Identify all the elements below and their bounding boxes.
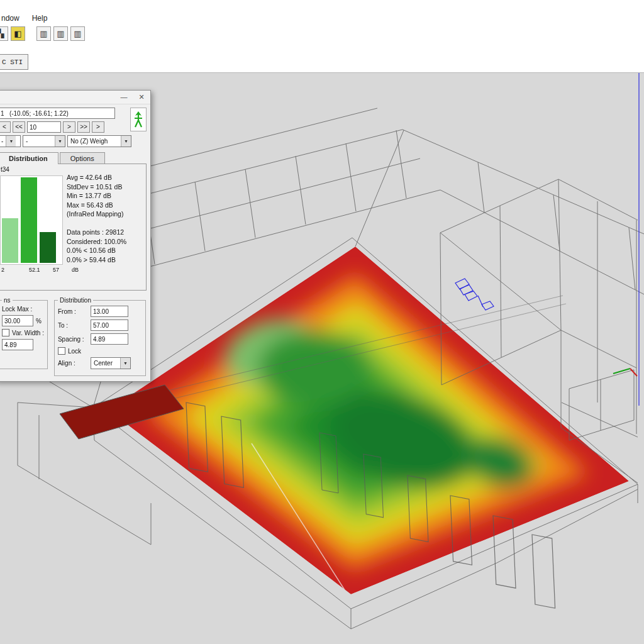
- percent-label: %: [36, 318, 42, 325]
- menu-item-window[interactable]: ndow: [1, 14, 19, 23]
- mapping-dialog: — ✕ < << > >> >: [0, 90, 151, 382]
- step-count-input[interactable]: [27, 121, 61, 133]
- histogram-bar: [2, 218, 18, 263]
- speaker-array-3-icon[interactable]: ▥: [70, 26, 85, 41]
- align-label: Align :: [58, 360, 88, 367]
- nav-row: < << > >> >: [0, 121, 147, 133]
- distribution-groupbox: Distribution From : To : Spacing :: [54, 297, 146, 376]
- combo-1[interactable]: - ▼: [0, 135, 21, 147]
- sti-tab-button[interactable]: C STI: [0, 54, 28, 70]
- fast-next-button[interactable]: >>: [77, 121, 90, 133]
- chevron-down-icon[interactable]: ▼: [55, 136, 65, 147]
- stat-spacer: [67, 219, 151, 228]
- align-value: Center: [91, 358, 120, 369]
- fast-prev-button[interactable]: <<: [13, 121, 25, 133]
- speaker-cluster: [455, 279, 494, 310]
- dialog-tabs: Distribution Options: [0, 152, 147, 164]
- from-input[interactable]: [91, 306, 128, 317]
- app-window: ndow Help ▚ ◧ ▥ ▥ ▥ C STI — ✕: [0, 0, 644, 644]
- stat-considered: Considered: 100.0%: [67, 237, 151, 247]
- chevron-down-icon[interactable]: ▼: [120, 358, 130, 369]
- spacing-label: Spacing :: [58, 336, 88, 343]
- distribution-panel: t34 2 52.1 57 dB Avg = 42.64 dB StdDev =…: [0, 164, 147, 291]
- close-icon[interactable]: ✕: [133, 91, 150, 104]
- histogram-bar: [40, 232, 56, 263]
- stat-stddev: StdDev = 10.51 dB: [67, 182, 151, 192]
- speaker-array-2-icon[interactable]: ▥: [53, 26, 68, 41]
- var-width-label: Var. Width :: [12, 330, 44, 336]
- axis-tick: 52.1: [29, 267, 40, 273]
- grid-icon[interactable]: ▚: [0, 26, 8, 41]
- columns-groupbox: ns Lock Max : % Var. Width :: [0, 297, 48, 369]
- listener-icon: [132, 110, 145, 129]
- lock-max-input[interactable]: [2, 315, 33, 326]
- stat-above-range: 0.0% > 59.44 dB: [67, 255, 151, 265]
- tab-distribution[interactable]: Distribution: [0, 152, 58, 164]
- stat-below-range: 0.0% < 10.56 dB: [67, 246, 151, 255]
- columns-group-title: ns: [2, 297, 13, 304]
- combo-2[interactable]: - ▼: [23, 135, 65, 147]
- combo-row: - ▼ - ▼ No (Z) Weigh ▼: [0, 135, 147, 147]
- lock-checkbox[interactable]: [58, 347, 65, 355]
- speaker-array-1-icon[interactable]: ▥: [36, 26, 51, 41]
- combo-1-value: -: [0, 136, 6, 147]
- stat-mapping-type: (InfraRed Mapping): [67, 209, 151, 219]
- cursor-coordinates-field[interactable]: [0, 108, 115, 119]
- toolbar: ▚ ◧ ▥ ▥ ▥: [0, 26, 85, 41]
- menu-bar: ndow Help: [1, 14, 47, 23]
- listener-probe-button[interactable]: [130, 108, 147, 131]
- menu-item-help[interactable]: Help: [32, 14, 48, 23]
- to-input[interactable]: [91, 319, 128, 331]
- stat-data-points: Data points : 29812: [67, 228, 151, 237]
- mapping-tab-strip: C STI: [0, 54, 28, 70]
- lock-max-label: Lock Max :: [2, 306, 32, 313]
- stats-block: Avg = 42.64 dB StdDev = 10.51 dB Min = 1…: [67, 173, 151, 264]
- prev-button[interactable]: <: [0, 121, 11, 133]
- lock-label: Lock: [68, 348, 81, 355]
- histogram: [0, 175, 63, 265]
- stat-min: Min = 13.77 dB: [67, 191, 151, 201]
- z-weighting-combo[interactable]: No (Z) Weigh ▼: [67, 135, 131, 147]
- dialog-titlebar[interactable]: — ✕: [0, 91, 150, 104]
- to-label: To :: [58, 322, 88, 329]
- stat-avg: Avg = 42.64 dB: [67, 173, 151, 182]
- last-button[interactable]: >: [92, 121, 104, 133]
- next-button[interactable]: >: [63, 121, 75, 133]
- chevron-down-icon[interactable]: ▼: [6, 136, 16, 147]
- spacing-input[interactable]: [91, 333, 128, 345]
- axis-unit-label: dB: [72, 267, 79, 273]
- var-width-checkbox[interactable]: [2, 329, 9, 336]
- tab-options[interactable]: Options: [60, 152, 105, 164]
- axis-tick: 57: [53, 267, 59, 273]
- stat-max: Max = 56.43 dB: [67, 201, 151, 210]
- distribution-group-title: Distribution: [58, 297, 93, 304]
- align-combo[interactable]: Center ▼: [91, 357, 131, 369]
- from-label: From :: [58, 308, 88, 315]
- var-width-input[interactable]: [2, 339, 33, 350]
- top-strip: ndow Help ▚ ◧ ▥ ▥ ▥ C STI: [0, 0, 644, 73]
- z-weighting-value: No (Z) Weigh: [68, 136, 121, 147]
- axis-tick: 2: [1, 267, 4, 273]
- axes: [613, 70, 639, 406]
- color-legend-icon[interactable]: ◧: [11, 26, 25, 41]
- map-name-label: t34: [1, 166, 9, 173]
- minimize-icon[interactable]: —: [115, 91, 133, 104]
- histogram-bar: [21, 177, 37, 263]
- chevron-down-icon[interactable]: ▼: [121, 136, 131, 147]
- combo-2-value: -: [23, 136, 55, 147]
